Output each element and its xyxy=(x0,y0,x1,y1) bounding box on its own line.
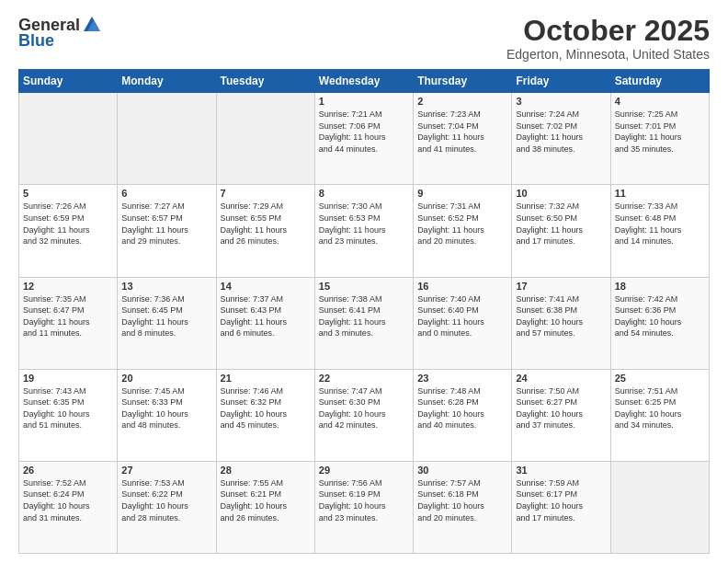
calendar-cell: 10Sunrise: 7:32 AM Sunset: 6:50 PM Dayli… xyxy=(512,185,610,277)
day-number: 20 xyxy=(121,373,211,384)
calendar-cell: 14Sunrise: 7:37 AM Sunset: 6:43 PM Dayli… xyxy=(216,277,314,369)
day-info: Sunrise: 7:35 AM Sunset: 6:47 PM Dayligh… xyxy=(23,293,113,339)
calendar-table: SundayMondayTuesdayWednesdayThursdayFrid… xyxy=(18,69,710,554)
day-number: 2 xyxy=(417,96,507,107)
day-info: Sunrise: 7:27 AM Sunset: 6:57 PM Dayligh… xyxy=(121,201,211,247)
day-number: 6 xyxy=(121,188,211,199)
day-info: Sunrise: 7:26 AM Sunset: 6:59 PM Dayligh… xyxy=(23,201,113,247)
month-title: October 2025 xyxy=(506,15,710,47)
calendar-cell xyxy=(216,93,314,185)
calendar-cell: 4Sunrise: 7:25 AM Sunset: 7:01 PM Daylig… xyxy=(610,93,709,185)
day-number: 12 xyxy=(23,281,113,292)
day-info: Sunrise: 7:24 AM Sunset: 7:02 PM Dayligh… xyxy=(516,109,606,155)
calendar-cell: 17Sunrise: 7:41 AM Sunset: 6:38 PM Dayli… xyxy=(512,277,610,369)
day-number: 11 xyxy=(615,188,705,199)
day-info: Sunrise: 7:25 AM Sunset: 7:01 PM Dayligh… xyxy=(615,109,705,155)
day-number: 23 xyxy=(417,373,507,384)
day-info: Sunrise: 7:36 AM Sunset: 6:45 PM Dayligh… xyxy=(121,293,211,339)
calendar-cell: 12Sunrise: 7:35 AM Sunset: 6:47 PM Dayli… xyxy=(19,277,118,369)
calendar-cell: 6Sunrise: 7:27 AM Sunset: 6:57 PM Daylig… xyxy=(118,185,216,277)
calendar-week-1: 1Sunrise: 7:21 AM Sunset: 7:06 PM Daylig… xyxy=(19,93,710,185)
calendar-cell: 25Sunrise: 7:51 AM Sunset: 6:25 PM Dayli… xyxy=(610,369,709,461)
day-number: 26 xyxy=(23,465,113,476)
calendar-cell: 2Sunrise: 7:23 AM Sunset: 7:04 PM Daylig… xyxy=(414,93,512,185)
calendar-cell: 22Sunrise: 7:47 AM Sunset: 6:30 PM Dayli… xyxy=(314,369,413,461)
day-info: Sunrise: 7:31 AM Sunset: 6:52 PM Dayligh… xyxy=(417,201,507,247)
calendar-week-3: 12Sunrise: 7:35 AM Sunset: 6:47 PM Dayli… xyxy=(19,277,710,369)
day-info: Sunrise: 7:23 AM Sunset: 7:04 PM Dayligh… xyxy=(417,109,507,155)
day-number: 28 xyxy=(221,465,311,476)
header: General Blue October 2025 Edgerton, Minn… xyxy=(18,15,710,62)
day-info: Sunrise: 7:48 AM Sunset: 6:28 PM Dayligh… xyxy=(417,385,507,431)
day-info: Sunrise: 7:33 AM Sunset: 6:48 PM Dayligh… xyxy=(615,201,705,247)
day-number: 22 xyxy=(319,373,409,384)
calendar-cell: 24Sunrise: 7:50 AM Sunset: 6:27 PM Dayli… xyxy=(512,369,610,461)
logo-blue-text: Blue xyxy=(18,31,54,50)
day-number: 27 xyxy=(121,465,211,476)
day-info: Sunrise: 7:32 AM Sunset: 6:50 PM Dayligh… xyxy=(516,201,606,247)
day-number: 1 xyxy=(319,96,409,107)
day-info: Sunrise: 7:29 AM Sunset: 6:55 PM Dayligh… xyxy=(221,201,311,247)
calendar-cell: 23Sunrise: 7:48 AM Sunset: 6:28 PM Dayli… xyxy=(414,369,512,461)
calendar-header-monday: Monday xyxy=(118,70,216,93)
day-number: 7 xyxy=(221,188,311,199)
day-number: 9 xyxy=(417,188,507,199)
day-number: 18 xyxy=(615,281,705,292)
calendar-header-row: SundayMondayTuesdayWednesdayThursdayFrid… xyxy=(19,70,710,93)
day-info: Sunrise: 7:40 AM Sunset: 6:40 PM Dayligh… xyxy=(417,293,507,339)
calendar-cell: 16Sunrise: 7:40 AM Sunset: 6:40 PM Dayli… xyxy=(414,277,512,369)
logo: General Blue xyxy=(18,15,102,51)
calendar-header-friday: Friday xyxy=(512,70,610,93)
day-number: 15 xyxy=(319,281,409,292)
calendar-cell xyxy=(610,461,709,553)
day-number: 8 xyxy=(319,188,409,199)
day-info: Sunrise: 7:53 AM Sunset: 6:22 PM Dayligh… xyxy=(121,477,211,523)
calendar-header-wednesday: Wednesday xyxy=(314,70,413,93)
day-number: 24 xyxy=(516,373,606,384)
calendar-cell: 21Sunrise: 7:46 AM Sunset: 6:32 PM Dayli… xyxy=(216,369,314,461)
day-info: Sunrise: 7:38 AM Sunset: 6:41 PM Dayligh… xyxy=(319,293,409,339)
day-info: Sunrise: 7:59 AM Sunset: 6:17 PM Dayligh… xyxy=(516,477,606,523)
calendar-cell: 29Sunrise: 7:56 AM Sunset: 6:19 PM Dayli… xyxy=(314,461,413,553)
calendar-cell: 31Sunrise: 7:59 AM Sunset: 6:17 PM Dayli… xyxy=(512,461,610,553)
day-info: Sunrise: 7:43 AM Sunset: 6:35 PM Dayligh… xyxy=(23,385,113,431)
day-number: 14 xyxy=(221,281,311,292)
calendar-cell: 20Sunrise: 7:45 AM Sunset: 6:33 PM Dayli… xyxy=(118,369,216,461)
day-number: 3 xyxy=(516,96,606,107)
day-number: 19 xyxy=(23,373,113,384)
day-number: 17 xyxy=(516,281,606,292)
day-number: 21 xyxy=(221,373,311,384)
day-info: Sunrise: 7:41 AM Sunset: 6:38 PM Dayligh… xyxy=(516,293,606,339)
calendar-cell: 18Sunrise: 7:42 AM Sunset: 6:36 PM Dayli… xyxy=(610,277,709,369)
day-info: Sunrise: 7:21 AM Sunset: 7:06 PM Dayligh… xyxy=(319,109,409,155)
day-number: 25 xyxy=(615,373,705,384)
calendar-cell: 1Sunrise: 7:21 AM Sunset: 7:06 PM Daylig… xyxy=(314,93,413,185)
header-right: October 2025 Edgerton, Minnesota, United… xyxy=(506,15,710,62)
calendar-header-saturday: Saturday xyxy=(610,70,709,93)
calendar-cell: 28Sunrise: 7:55 AM Sunset: 6:21 PM Dayli… xyxy=(216,461,314,553)
day-info: Sunrise: 7:42 AM Sunset: 6:36 PM Dayligh… xyxy=(615,293,705,339)
day-info: Sunrise: 7:50 AM Sunset: 6:27 PM Dayligh… xyxy=(516,385,606,431)
day-number: 5 xyxy=(23,188,113,199)
calendar-cell: 8Sunrise: 7:30 AM Sunset: 6:53 PM Daylig… xyxy=(314,185,413,277)
calendar-cell: 3Sunrise: 7:24 AM Sunset: 7:02 PM Daylig… xyxy=(512,93,610,185)
calendar-cell: 15Sunrise: 7:38 AM Sunset: 6:41 PM Dayli… xyxy=(314,277,413,369)
calendar-cell: 27Sunrise: 7:53 AM Sunset: 6:22 PM Dayli… xyxy=(118,461,216,553)
calendar-header-tuesday: Tuesday xyxy=(216,70,314,93)
day-info: Sunrise: 7:56 AM Sunset: 6:19 PM Dayligh… xyxy=(319,477,409,523)
logo-icon xyxy=(82,15,102,35)
calendar-cell: 5Sunrise: 7:26 AM Sunset: 6:59 PM Daylig… xyxy=(19,185,118,277)
day-info: Sunrise: 7:47 AM Sunset: 6:30 PM Dayligh… xyxy=(319,385,409,431)
day-number: 31 xyxy=(516,465,606,476)
day-number: 30 xyxy=(417,465,507,476)
day-info: Sunrise: 7:51 AM Sunset: 6:25 PM Dayligh… xyxy=(615,385,705,431)
day-number: 16 xyxy=(417,281,507,292)
calendar-header-sunday: Sunday xyxy=(19,70,118,93)
day-info: Sunrise: 7:45 AM Sunset: 6:33 PM Dayligh… xyxy=(121,385,211,431)
calendar-cell: 26Sunrise: 7:52 AM Sunset: 6:24 PM Dayli… xyxy=(19,461,118,553)
calendar-week-4: 19Sunrise: 7:43 AM Sunset: 6:35 PM Dayli… xyxy=(19,369,710,461)
calendar-cell: 30Sunrise: 7:57 AM Sunset: 6:18 PM Dayli… xyxy=(414,461,512,553)
day-info: Sunrise: 7:52 AM Sunset: 6:24 PM Dayligh… xyxy=(23,477,113,523)
day-number: 4 xyxy=(615,96,705,107)
calendar-cell xyxy=(118,93,216,185)
